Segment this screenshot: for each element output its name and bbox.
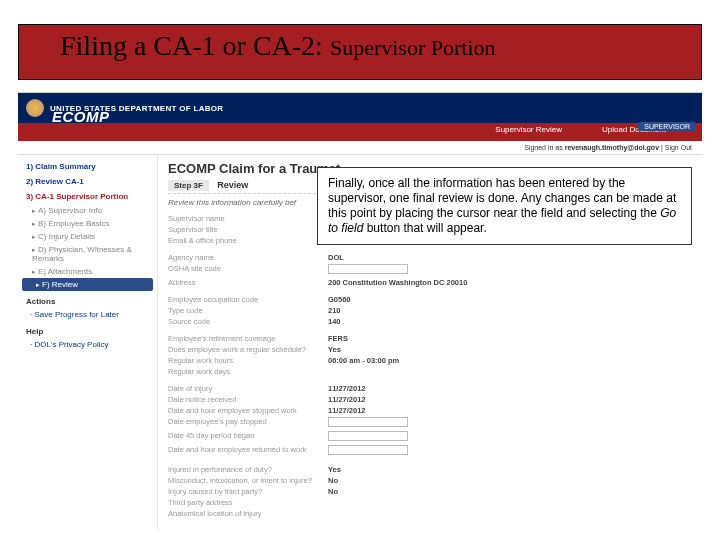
- val-return: [328, 445, 408, 457]
- privacy-policy-link[interactable]: · DOL's Privacy Policy: [18, 338, 157, 351]
- label-date-paystop: Date employee's pay stopped: [168, 417, 328, 429]
- label-date-notice: Date notice received: [168, 395, 328, 404]
- sidebar-step-f[interactable]: ▸F) Review: [22, 278, 153, 291]
- chevron-right-icon: ▸: [36, 281, 40, 288]
- signin-prefix: Signed in as: [524, 144, 563, 151]
- chevron-right-icon: ▸: [32, 268, 36, 275]
- role-badge: SUPERVISOR: [638, 122, 696, 131]
- label-source: Source code: [168, 317, 328, 326]
- label-sup-name: Supervisor name: [168, 214, 328, 223]
- slide-title: Filing a CA-1 or CA-2: Supervisor Portio…: [60, 30, 496, 62]
- label-regsched: Does employee work a regular schedule?: [168, 345, 328, 354]
- return-input[interactable]: [328, 445, 408, 455]
- osha-input[interactable]: [328, 264, 408, 274]
- val-source: 140: [328, 317, 341, 326]
- chevron-right-icon: ▸: [32, 220, 36, 227]
- val-d3: 11/27/2012: [328, 406, 366, 415]
- val-retire: FERS: [328, 334, 348, 343]
- sidebar-step-c[interactable]: ▸C) Injury Details: [18, 230, 157, 243]
- label-sup-title: Supervisor title: [168, 225, 328, 234]
- nav-supervisor-review[interactable]: Supervisor Review: [495, 125, 562, 134]
- title-main: Filing a CA-1 or CA-2:: [60, 30, 323, 61]
- val-agency: DOL: [328, 253, 344, 262]
- sidebar-step-b[interactable]: ▸B) Employee Basics: [18, 217, 157, 230]
- app-screenshot: UNITED STATES DEPARTMENT OF LABOR ECOMP …: [18, 92, 702, 530]
- val-misconduct: No: [328, 476, 338, 485]
- chevron-right-icon: ▸: [32, 233, 36, 240]
- label-perf-duty: Injured in performance of duty?: [168, 465, 328, 474]
- val-d1: 11/27/2012: [328, 384, 366, 393]
- label-agency: Agency name: [168, 253, 328, 262]
- sidebar-step-a[interactable]: ▸A) Supervisor Info: [18, 204, 157, 217]
- sidebar-step-e[interactable]: ▸E) Attachments: [18, 265, 157, 278]
- sidebar-step-d[interactable]: ▸D) Physician, Witnesses & Remarks: [18, 243, 157, 265]
- sidebar-help-header: Help: [18, 321, 157, 338]
- val-type: 210: [328, 306, 341, 315]
- chevron-right-icon: ▸: [32, 207, 36, 214]
- app-header: UNITED STATES DEPARTMENT OF LABOR ECOMP: [18, 93, 702, 123]
- callout-text-3: button that will appear.: [363, 221, 486, 235]
- label-anat: Anatomical location of injury: [168, 509, 328, 518]
- sidebar-actions-header: Actions: [18, 291, 157, 308]
- day45-input[interactable]: [328, 431, 408, 441]
- paystop-input[interactable]: [328, 417, 408, 427]
- title-sub: Supervisor Portion: [330, 35, 496, 60]
- label-email-phone: Email & office phone: [168, 236, 328, 245]
- val-paystop: [328, 417, 408, 429]
- instruction-callout: Finally, once all the information has be…: [317, 167, 692, 245]
- val-45: [328, 431, 408, 443]
- dol-seal-icon: [26, 99, 44, 117]
- sidebar-supervisor-portion[interactable]: 3) CA-1 Supervisor Portion: [18, 189, 157, 204]
- label-date-injury: Date of injury: [168, 384, 328, 393]
- val-occ: G0560: [328, 295, 351, 304]
- callout-text-1: Finally, once all the information has be…: [328, 176, 676, 220]
- sidebar-claim-summary[interactable]: 1) Claim Summary: [18, 159, 157, 174]
- label-date-stop: Date and hour employee stopped work: [168, 406, 328, 415]
- label-occ: Employee occupation code: [168, 295, 328, 304]
- label-date-45: Date 45 day period began: [168, 431, 328, 443]
- save-progress-link[interactable]: · Save Progress for Later: [18, 308, 157, 321]
- label-osha: OSHA site code: [168, 264, 328, 276]
- nav-band: Supervisor Review Upload Document SUPERV…: [18, 123, 702, 141]
- sidebar-review-ca1[interactable]: 2) Review CA-1: [18, 174, 157, 189]
- label-address: Address: [168, 278, 328, 287]
- val-perf-duty: Yes: [328, 465, 341, 474]
- label-third-addr: Third party address: [168, 498, 328, 507]
- step-name: Review: [217, 180, 248, 190]
- val-address: 200 Constitution Washington DC 20010: [328, 278, 467, 287]
- val-osha: [328, 264, 408, 276]
- step-tag: Step 3F: [168, 180, 209, 191]
- signout-link[interactable]: Sign Out: [665, 144, 692, 151]
- label-regdays: Regular work days: [168, 367, 328, 376]
- sidebar: 1) Claim Summary 2) Review CA-1 3) CA-1 …: [18, 155, 158, 530]
- label-third: Injury caused by third party?: [168, 487, 328, 496]
- label-date-return: Date and hour employee returned to work: [168, 445, 328, 457]
- val-third: No: [328, 487, 338, 496]
- val-regsched: Yes: [328, 345, 341, 354]
- chevron-right-icon: ▸: [32, 246, 36, 253]
- val-d2: 11/27/2012: [328, 395, 366, 404]
- signin-user: revenaugh.timothy@dol.gov: [565, 144, 659, 151]
- label-type: Type code: [168, 306, 328, 315]
- val-reghours: 06:00 am - 03:00 pm: [328, 356, 399, 365]
- label-retire: Employee's retirement coverage: [168, 334, 328, 343]
- label-reghours: Regular work hours: [168, 356, 328, 365]
- label-misconduct: Misconduct, intoxication, or intent to i…: [168, 476, 328, 485]
- signin-bar: Signed in as revenaugh.timothy@dol.gov |…: [18, 141, 702, 155]
